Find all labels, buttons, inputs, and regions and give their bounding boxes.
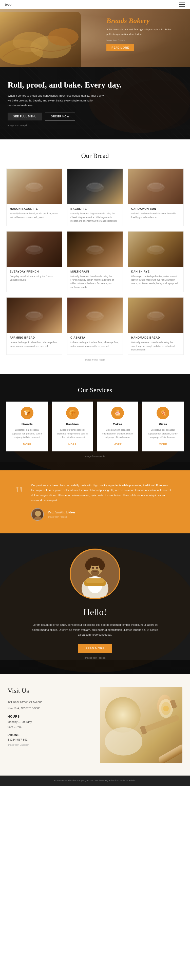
bread-card: Baguette Naturally leavened baguette mad… — [67, 169, 123, 226]
croissant-svg — [0, 12, 81, 67]
bread-card-title: Cardamon Bun — [131, 207, 180, 210]
bread-card-text: A classic traditional Swedish sweet bun … — [131, 212, 180, 219]
bread-card-text: Naturally leavened baguette made using t… — [70, 212, 120, 223]
bread-visual-8 — [128, 298, 184, 333]
service-icon-breads: 🍞 — [21, 407, 34, 419]
service-card: 🍕 Pizza Excepteur sint occaecat cupidata… — [142, 402, 184, 451]
bread-card-title: Multigrain — [70, 270, 120, 273]
bread-image-credit: Image from Freepik — [6, 358, 184, 361]
bread-visual-4 — [67, 232, 123, 267]
svg-point-27 — [35, 511, 41, 517]
service-more-link[interactable]: MORE — [23, 443, 31, 446]
hello-title: Hello! — [8, 607, 182, 617]
bread-card-image — [128, 232, 184, 267]
svg-rect-42 — [86, 578, 104, 583]
bread-card-title: Ciabatta — [70, 336, 120, 339]
visit-title: Visit Us — [8, 687, 90, 695]
bread-card-title: Danish Rye — [131, 270, 180, 273]
service-card: 🎂 Cakes Excepteur sint occaecat cupidata… — [97, 402, 139, 451]
bread-card-title: Everyday French — [10, 270, 59, 273]
bread-card: Everyday French Everyday table loaf made… — [6, 231, 62, 293]
bread-card-text: Naturally leavened bread made using the … — [70, 275, 120, 289]
bread-card-image — [6, 169, 62, 204]
bread-card-text: Unbleached organic wheat flour, whole ry… — [10, 340, 59, 348]
visit-hours-time: 9am – 7pm — [8, 725, 90, 730]
dark-content: Roll, proof, and bake. Every day. When i… — [8, 80, 182, 127]
bread-card-image — [67, 232, 123, 267]
bread-card-body: Mason Baguette Naturally leavened bread,… — [6, 204, 62, 222]
hero-title: Breads Bakery — [106, 17, 182, 25]
visit-phone: T (234) 567-891 — [8, 738, 90, 741]
bread-card-body: Handmade Bread Naturally leavened bread … — [128, 333, 184, 355]
hero-image-credit: Image from Freepik — [106, 39, 182, 41]
service-title: Breads — [10, 422, 44, 426]
svg-point-10 — [88, 182, 102, 189]
hero-section: Breads Bakery Nibh venenatis cras sed fe… — [0, 9, 190, 67]
hero-read-more-button[interactable]: READ MORE — [106, 44, 134, 51]
bread-card-body: Cardamon Bun A classic traditional Swedi… — [128, 204, 184, 222]
bread-card: Multigrain Naturally leavened bread made… — [67, 231, 123, 293]
bread-shape-svg — [85, 180, 105, 193]
service-more-link[interactable]: MORE — [159, 443, 167, 446]
service-more-link[interactable]: MORE — [69, 443, 77, 446]
bread-card: Farming Bread Unbleached organic wheat f… — [6, 298, 62, 355]
svg-point-16 — [88, 245, 102, 252]
service-text: Excepteur sint occaecat cupidatat non pr… — [10, 428, 44, 439]
bread-card: Danish Rye Whole rye, cracked rye berrie… — [128, 231, 184, 293]
our-bread-section: Our Bread Mason Baguette Naturally leave… — [0, 139, 190, 374]
services-section: Our Services 🍞 Breads Excepteur sint occ… — [0, 374, 190, 470]
svg-point-40 — [91, 570, 99, 575]
bread-visual-3 — [6, 232, 62, 267]
svg-point-14 — [27, 245, 41, 252]
testimonial-image-credit: Image from Freepik — [48, 516, 75, 518]
bread-card: Mason Baguette Naturally leavened bread,… — [6, 169, 62, 226]
svg-point-46 — [105, 727, 143, 755]
hello-text: Lorem ipsum dolor sit amet, consectetur … — [32, 622, 158, 637]
dark-image-credit: Image from Freepik — [8, 124, 182, 127]
bread-shape-svg — [146, 180, 166, 193]
svg-point-3 — [48, 28, 78, 46]
bread-visual-7 — [67, 298, 123, 333]
visit-section: Visit Us 121 Rock Street, 21 Avenue New … — [0, 675, 190, 776]
svg-point-38 — [92, 567, 94, 569]
order-now-button[interactable]: ORDER NOW — [45, 113, 75, 121]
quote-mark: " — [15, 485, 24, 502]
svg-point-18 — [149, 245, 163, 252]
visit-image — [100, 687, 182, 763]
visit-phone-label: PHONE — [8, 733, 90, 737]
hello-read-more-button[interactable]: READ MORE — [78, 644, 112, 653]
services-image-credit: Image from Freepik — [6, 455, 184, 458]
bread-card-text: Naturally leavened bread made using the … — [131, 340, 180, 352]
see-full-menu-button[interactable]: SEE FULL MENU — [8, 113, 42, 121]
bread-card-title: Farming Bread — [10, 336, 59, 339]
bread-shape-svg — [24, 180, 44, 193]
bread-card-body: Ciabatta Unbleached organic wheat flour,… — [67, 333, 123, 351]
bread-card-body: Everyday French Everyday table loaf made… — [6, 267, 62, 285]
service-more-link[interactable]: MORE — [113, 443, 121, 446]
bread-shape-svg — [85, 309, 105, 321]
bread-shape-svg — [146, 243, 166, 256]
bread-card-image — [67, 169, 123, 204]
visit-info: Visit Us 121 Rock Street, 21 Avenue New … — [8, 687, 90, 746]
our-bread-title: Our Bread — [6, 152, 184, 160]
visit-image-credit: Image from Unsplash — [8, 744, 90, 746]
svg-point-28 — [34, 517, 43, 521]
bread-shape-svg — [24, 243, 44, 256]
bread-card-image — [67, 298, 123, 333]
testimonial-section: " Our pastries are based fresh on a dail… — [0, 470, 190, 533]
bread-card-body: Multigrain Naturally leavened bread made… — [67, 267, 123, 292]
hamburger-menu[interactable] — [179, 3, 185, 6]
hero-content: Breads Bakery Nibh venenatis cras sed fe… — [106, 17, 182, 51]
bread-card-body: Farming Bread Unbleached organic wheat f… — [6, 333, 62, 351]
bread-card: Ciabatta Unbleached organic wheat flour,… — [67, 298, 123, 355]
bread-card-text: Whole rye, cracked rye berries, water, n… — [131, 275, 180, 285]
svg-point-24 — [149, 311, 163, 318]
bread-shape-svg — [85, 243, 105, 256]
baking-ingredients-svg — [100, 687, 182, 763]
baker-svg — [71, 549, 119, 599]
visit-hours-label: HOURS — [8, 715, 90, 718]
dark-buttons: SEE FULL MENU ORDER NOW — [8, 113, 182, 121]
bread-shape-svg — [146, 309, 166, 321]
service-card: 🥐 Pastries Excepteur sint occaecat cupid… — [52, 402, 93, 451]
svg-point-39 — [96, 567, 98, 569]
